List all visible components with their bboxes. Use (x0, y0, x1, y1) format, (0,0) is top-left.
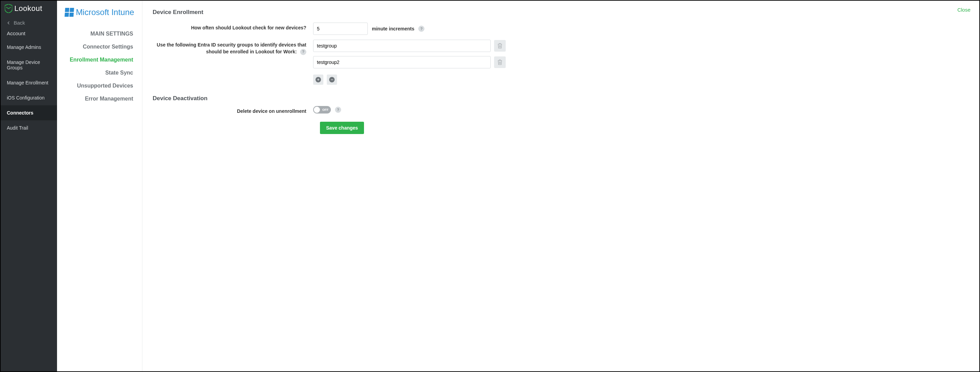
brand-text: Lookout (14, 4, 42, 13)
trash-icon (498, 59, 502, 65)
add-group-button[interactable]: + (313, 75, 323, 85)
subnav-enrollment-management[interactable]: Enrollment Management (60, 53, 138, 66)
security-groups-label: Use the following Entra ID security grou… (153, 40, 313, 55)
subnav-unsupported-devices[interactable]: Unsupported Devices (60, 79, 138, 92)
subnav-state-sync[interactable]: State Sync (60, 66, 138, 79)
windows-icon (65, 8, 74, 17)
lookout-logo: Lookout (1, 3, 57, 16)
device-deactivation-title: Device Deactivation (153, 95, 969, 102)
minute-increments-label: minute increments (372, 26, 414, 32)
sidebar-item-manage-device-groups[interactable]: Manage Device Groups (1, 55, 57, 75)
help-icon[interactable]: ? (418, 26, 425, 32)
help-icon[interactable]: ? (335, 107, 341, 113)
plus-icon: + (315, 77, 321, 82)
delete-group-button-1[interactable] (494, 40, 506, 52)
chevron-left-icon (7, 21, 10, 25)
delete-on-unenrollment-toggle[interactable]: OFF (313, 106, 331, 113)
help-icon[interactable]: ? (300, 49, 306, 55)
save-button[interactable]: Save changes (320, 122, 364, 134)
delete-on-unenrollment-label: Delete device on unenrollment (153, 106, 313, 115)
subnav-main-settings[interactable]: MAIN SETTINGS (60, 27, 138, 40)
sidebar-nav: Manage Admins Manage Device Groups Manag… (1, 40, 57, 136)
close-button[interactable]: Close (958, 7, 970, 13)
sidebar: Lookout Back Account Manage Admins Manag… (1, 1, 57, 371)
subnav-error-management[interactable]: Error Management (60, 92, 138, 105)
connector-subnav: Microsoft Intune MAIN SETTINGS Connector… (57, 1, 142, 371)
intune-brand: Microsoft Intune (65, 8, 134, 17)
content-area: Close Device Enrollment How often should… (142, 1, 979, 371)
subnav-connector-settings[interactable]: Connector Settings (60, 40, 138, 53)
security-group-input-2[interactable] (313, 56, 491, 69)
shield-icon (5, 4, 12, 13)
sidebar-item-audit-trail[interactable]: Audit Trail (1, 120, 57, 136)
minus-icon: − (329, 77, 335, 82)
device-enrollment-title: Device Enrollment (153, 9, 969, 16)
remove-group-button[interactable]: − (327, 75, 337, 85)
sidebar-item-manage-admins[interactable]: Manage Admins (1, 40, 57, 55)
sidebar-item-manage-enrollment[interactable]: Manage Enrollment (1, 75, 57, 90)
check-frequency-label: How often should Lookout check for new d… (153, 22, 313, 32)
sidebar-item-ios-configuration[interactable]: iOS Configuration (1, 90, 57, 105)
sidebar-item-connectors[interactable]: Connectors (1, 105, 57, 120)
trash-icon (498, 43, 502, 49)
check-frequency-input[interactable] (313, 22, 368, 35)
security-group-input-1[interactable] (313, 40, 491, 52)
delete-group-button-2[interactable] (494, 56, 506, 68)
account-label: Account (1, 29, 57, 40)
back-button[interactable]: Back (1, 16, 57, 29)
